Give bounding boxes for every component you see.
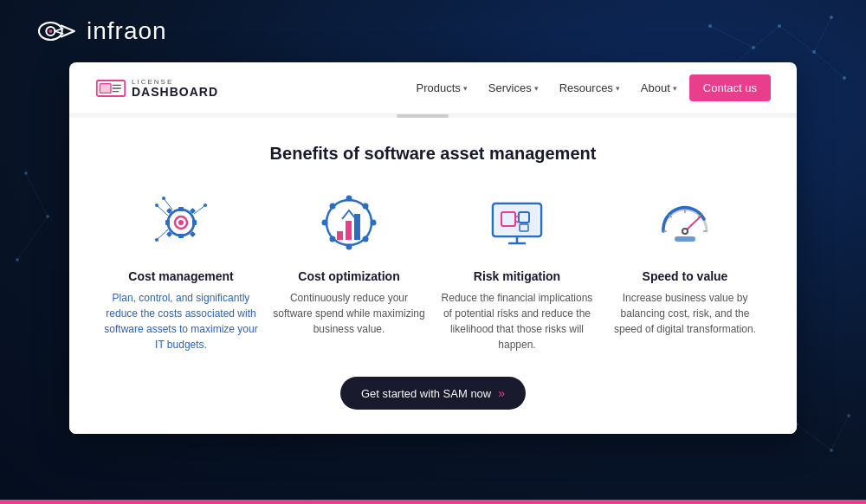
svg-line-48 (164, 198, 172, 210)
section-title: Benefits of software asset management (104, 144, 762, 164)
cta-label: Get started with SAM now (361, 387, 491, 400)
benefit-cost-optimization: Cost optimization Continuously reduce yo… (272, 188, 426, 352)
benefit-cost-optimization-desc: Continuously reduce your software spend … (272, 290, 426, 337)
svg-line-50 (194, 205, 205, 214)
nav-products-label: Products (417, 81, 461, 94)
svg-point-53 (346, 244, 352, 250)
benefit-risk-mitigation: Risk mitigation Reduce the financial imp… (440, 188, 594, 352)
nav-logo-text: LICENSE DASHBOARD (132, 79, 218, 98)
infraon-logo: infraon (35, 16, 167, 47)
svg-line-49 (157, 229, 168, 240)
svg-point-25 (48, 29, 52, 33)
svg-point-59 (363, 236, 369, 242)
svg-line-47 (157, 205, 168, 216)
svg-point-34 (178, 220, 184, 225)
svg-rect-61 (346, 221, 352, 240)
cost-optimization-icon (314, 188, 384, 257)
svg-point-54 (322, 220, 328, 226)
cta-section: Get started with SAM now » (104, 377, 762, 410)
cta-arrows-icon: » (498, 386, 505, 400)
infraon-brand-text: infraon (87, 17, 167, 45)
nav-about[interactable]: About ▾ (632, 76, 686, 100)
benefit-speed-to-value-desc: Increase business value by balancing cos… (608, 290, 762, 337)
card-logo: LICENSE DASHBOARD (95, 77, 218, 100)
contact-button[interactable]: Contact us (689, 74, 771, 101)
scroll-indicator (69, 114, 797, 118)
nav-resources[interactable]: Resources ▾ (551, 76, 629, 100)
chevron-down-icon: ▾ (673, 84, 677, 93)
top-header: infraon (0, 0, 866, 62)
nav-logo-big: DASHBOARD (132, 86, 218, 98)
risk-mitigation-icon (482, 188, 552, 257)
svg-rect-27 (100, 83, 111, 93)
svg-point-58 (330, 236, 336, 242)
cta-button[interactable]: Get started with SAM now » (340, 377, 526, 410)
chevron-down-icon: ▾ (616, 84, 620, 93)
benefit-risk-mitigation-desc: Reduce the financial implications of pot… (440, 290, 594, 352)
benefit-risk-mitigation-title: Risk mitigation (474, 269, 560, 283)
svg-rect-60 (337, 231, 343, 240)
benefit-cost-management: Cost management Plan, control, and signi… (104, 188, 258, 352)
benefit-cost-management-title: Cost management (128, 269, 233, 283)
card-nav-menu: Products ▾ Services ▾ Resources ▾ About … (408, 74, 771, 101)
benefits-grid: Cost management Plan, control, and signi… (104, 188, 762, 352)
card-nav: LICENSE DASHBOARD Products ▾ Services ▾ … (69, 62, 797, 114)
benefit-speed-to-value: Speed to value Increase business value b… (608, 188, 762, 352)
svg-rect-35 (178, 207, 184, 211)
card-body: Benefits of software asset management (69, 118, 797, 434)
cost-management-icon (146, 188, 216, 257)
bottom-bar (0, 500, 866, 504)
svg-point-55 (371, 220, 377, 226)
nav-services[interactable]: Services ▾ (480, 76, 547, 100)
main-card: LICENSE DASHBOARD Products ▾ Services ▾ … (69, 62, 797, 434)
svg-point-56 (330, 204, 336, 210)
svg-rect-36 (178, 234, 184, 238)
svg-point-57 (363, 204, 369, 210)
svg-point-79 (683, 229, 687, 233)
nav-services-label: Services (488, 81, 532, 94)
benefit-speed-to-value-title: Speed to value (643, 269, 728, 283)
chevron-down-icon: ▾ (534, 84, 539, 93)
scroll-thumb (397, 114, 449, 118)
nav-products[interactable]: Products ▾ (408, 76, 476, 100)
benefit-cost-management-desc: Plan, control, and significantly reduce … (104, 290, 258, 352)
svg-rect-80 (675, 236, 695, 242)
nav-resources-label: Resources (559, 81, 613, 94)
svg-rect-38 (192, 220, 197, 225)
speed-to-value-icon (650, 188, 720, 257)
nav-about-label: About (641, 81, 670, 94)
svg-rect-37 (165, 220, 170, 225)
svg-point-52 (346, 196, 352, 202)
benefit-cost-optimization-title: Cost optimization (298, 269, 399, 283)
chevron-down-icon: ▾ (463, 84, 468, 93)
